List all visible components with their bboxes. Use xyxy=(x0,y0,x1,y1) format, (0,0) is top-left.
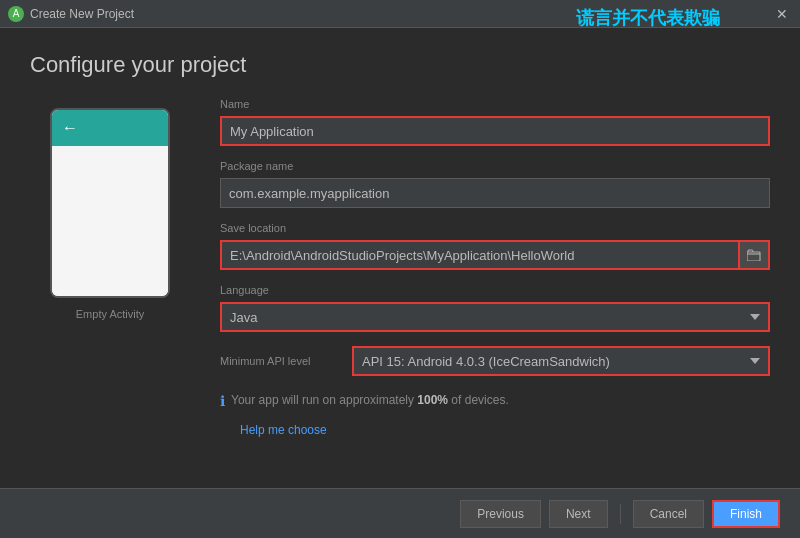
back-arrow-icon: ← xyxy=(62,119,78,137)
phone-header: ← xyxy=(52,110,168,146)
save-location-label: Save location xyxy=(220,222,770,234)
api-level-row: Minimum API level API 15: Android 4.0.3 … xyxy=(220,346,770,376)
close-icon[interactable]: ✕ xyxy=(772,6,792,22)
save-location-group: Save location xyxy=(220,222,770,270)
phone-body xyxy=(52,146,168,296)
phone-label: Empty Activity xyxy=(76,308,144,320)
package-name-group: Package name xyxy=(220,160,770,208)
save-location-input[interactable] xyxy=(220,240,738,270)
info-text-container: Your app will run on approximately 100% … xyxy=(231,392,509,407)
content-area: ← Empty Activity Name Package name xyxy=(30,98,770,522)
language-label: Language xyxy=(220,284,770,296)
cancel-button[interactable]: Cancel xyxy=(633,500,704,528)
package-name-label: Package name xyxy=(220,160,770,172)
name-group: Name xyxy=(220,98,770,146)
package-name-input[interactable] xyxy=(220,178,770,208)
svg-rect-0 xyxy=(747,252,760,261)
save-location-row xyxy=(220,240,770,270)
api-level-group: Minimum API level API 15: Android 4.0.3 … xyxy=(220,346,770,376)
main-content: Configure your project ← Empty Activity … xyxy=(0,28,800,538)
info-icon: ℹ xyxy=(220,393,225,409)
left-panel: ← Empty Activity xyxy=(30,98,190,522)
finish-button[interactable]: Finish xyxy=(712,500,780,528)
info-text: Your app will run on approximately 100% … xyxy=(231,393,509,407)
previous-button[interactable]: Previous xyxy=(460,500,541,528)
page-title: Configure your project xyxy=(30,52,770,78)
browse-button[interactable] xyxy=(738,240,770,270)
window-title: Create New Project xyxy=(30,7,134,21)
name-label: Name xyxy=(220,98,770,110)
language-group: Language Java Kotlin xyxy=(220,284,770,332)
info-row: ℹ Your app will run on approximately 100… xyxy=(220,392,770,409)
title-bar: A Create New Project ✕ xyxy=(0,0,800,28)
right-panel: Name Package name Save location xyxy=(220,98,770,522)
bottom-bar: Previous Next Cancel Finish xyxy=(0,488,800,538)
app-icon: A xyxy=(8,6,24,22)
title-bar-left: A Create New Project xyxy=(8,6,134,22)
api-level-label: Minimum API level xyxy=(220,355,340,367)
help-me-choose-link[interactable]: Help me choose xyxy=(240,423,770,437)
next-button[interactable]: Next xyxy=(549,500,608,528)
api-level-select[interactable]: API 15: Android 4.0.3 (IceCreamSandwich)… xyxy=(352,346,770,376)
language-select[interactable]: Java Kotlin xyxy=(220,302,770,332)
phone-preview: ← xyxy=(50,108,170,298)
separator xyxy=(620,504,621,524)
name-input[interactable] xyxy=(220,116,770,146)
